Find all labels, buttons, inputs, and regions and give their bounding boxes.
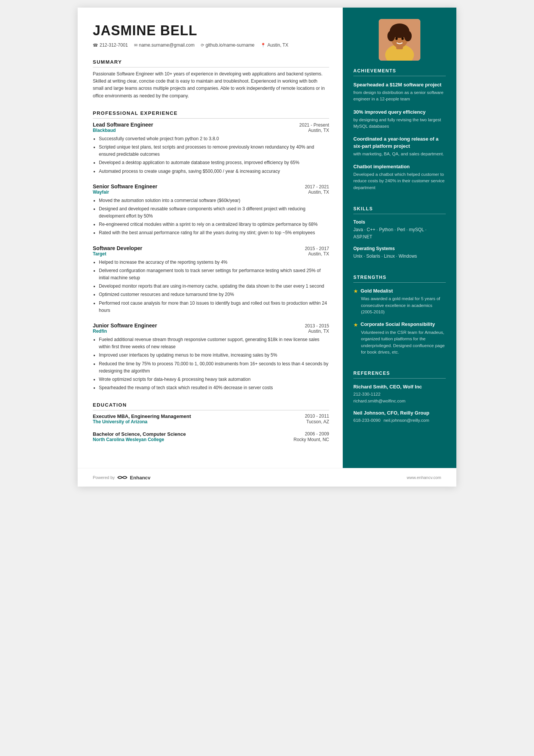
achievement-desc-1: from design to distribution as a senior … <box>353 89 446 103</box>
job-bullets-3: Helped to increase the accuracy of the r… <box>93 259 329 314</box>
candidate-photo <box>379 19 420 61</box>
achievement-title-2: 30% improved query efficiency <box>353 109 446 116</box>
job-header-4: Junior Software Engineer 2013 - 2015 <box>93 322 329 329</box>
edu-school-row-2: North Carolina Wesleyan College Rocky Mo… <box>93 437 329 442</box>
edu-school-2: North Carolina Wesleyan College <box>93 437 164 442</box>
left-column: JASMINE BELL ☎ 212-312-7001 ✉ name.surna… <box>78 8 343 468</box>
github-item: ⟳ github.io/name-surname <box>201 42 255 48</box>
skills-tools: Tools Java · C++ · Python · Perl · mySQL… <box>353 219 446 241</box>
achievement-3: Coordinated a year-long release of a six… <box>353 136 446 157</box>
job-bullets-4: Fueled additional revenue stream through… <box>93 336 329 391</box>
bullet: Automated process to create usage graphs… <box>99 168 329 175</box>
summary-section: SUMMARY Passionate Software Engineer wit… <box>93 59 329 100</box>
reference-inline-2: 618-233-0090 neil.johnson@reilly.com <box>353 417 446 424</box>
bullet: Helped to increase the accuracy of the r… <box>99 259 329 266</box>
job-bullets-2: Moved the automation solution into a com… <box>93 197 329 237</box>
strength-title-2: Corporate Social Responsibility <box>361 321 435 328</box>
job-entry-2: Senior Software Engineer 2017 - 2021 Way… <box>93 183 329 237</box>
references-section: REFERENCES Richard Smith, CEO, Wolf Inc … <box>343 371 456 429</box>
skills-tools-title: Tools <box>353 219 446 225</box>
job-dates-2: 2017 - 2021 <box>305 184 329 189</box>
bullet: Spearheaded the revamp of tech stack whi… <box>99 384 329 391</box>
edu-degree-2: Bachelor of Science, Computer Science <box>93 431 186 437</box>
summary-title: SUMMARY <box>93 59 329 67</box>
edu-dates-2: 2006 - 2009 <box>305 431 329 437</box>
references-title: REFERENCES <box>353 371 446 379</box>
reference-email-2: neil.johnson@reilly.com <box>384 417 429 424</box>
edu-location-1: Tucson, AZ <box>306 419 329 424</box>
strength-desc-2: Volunteered in the CSR team for Amadeus,… <box>361 329 446 355</box>
edu-entry-1: Executive MBA, Engineering Management 20… <box>93 413 329 424</box>
job-dates-3: 2015 - 2017 <box>305 246 329 251</box>
skills-os-list: Unix · Solaris · Linux · Windows <box>353 253 446 260</box>
bullet: Reduced the time by 75% to process 70,00… <box>99 360 329 375</box>
strength-title-row-1: ★ Gold Medalist <box>353 288 446 294</box>
job-title-3: Software Developer <box>93 245 142 251</box>
job-location-3: Austin, TX <box>308 251 329 257</box>
star-icon-2: ★ <box>353 322 358 328</box>
job-header-3: Software Developer 2015 - 2017 <box>93 245 329 251</box>
edu-header-1: Executive MBA, Engineering Management 20… <box>93 413 329 419</box>
footer-brand: Enhancv <box>130 475 150 481</box>
name-section: JASMINE BELL ☎ 212-312-7001 ✉ name.surna… <box>93 23 329 48</box>
strengths-title: STRENGTHS <box>353 275 446 283</box>
job-company-1: Blackbaud <box>93 128 116 133</box>
education-section: EDUCATION Executive MBA, Engineering Man… <box>93 402 329 442</box>
location-icon: 📍 <box>261 43 266 48</box>
strengths-section: STRENGTHS ★ Gold Medalist Was awarded a … <box>343 275 456 362</box>
svg-point-10 <box>401 38 404 40</box>
achievement-title-4: Chatbot implementation <box>353 163 446 170</box>
skills-section: SKILLS Tools Java · C++ · Python · Perl … <box>343 206 456 266</box>
job-location-1: Austin, TX <box>308 128 329 133</box>
achievement-title-3: Coordinated a year-long release of a six… <box>353 136 446 149</box>
skills-os: Operating Systems Unix · Solaris · Linux… <box>353 246 446 260</box>
job-location-2: Austin, TX <box>308 189 329 195</box>
achievement-2: 30% improved query efficiency by designi… <box>353 109 446 130</box>
phone-icon: ☎ <box>93 43 98 48</box>
job-company-row-4: Redfin Austin, TX <box>93 329 329 334</box>
achievement-desc-3: with marketing, BA, QA, and sales depart… <box>353 151 446 157</box>
reference-phone-1: 212-330-1122 <box>353 391 446 398</box>
summary-text: Passionate Software Engineer with 10+ ye… <box>93 70 329 100</box>
bullet: Wrote optimized scripts for data-heavy &… <box>99 376 329 383</box>
edu-header-2: Bachelor of Science, Computer Science 20… <box>93 431 329 437</box>
bullet: Developed monitor reports that are using… <box>99 283 329 290</box>
education-title: EDUCATION <box>93 402 329 410</box>
job-entry-4: Junior Software Engineer 2013 - 2015 Red… <box>93 322 329 391</box>
enhancv-logo-icon <box>117 474 128 481</box>
photo-area <box>343 8 456 68</box>
phone-value: 212-312-7001 <box>100 42 128 48</box>
strength-2: ★ Corporate Social Responsibility Volunt… <box>353 321 446 355</box>
bullet: Moved the automation solution into a com… <box>99 197 329 204</box>
bullet: Designed and developed reusable software… <box>99 205 329 220</box>
job-company-4: Redfin <box>93 329 107 334</box>
achievements-title: ACHIEVEMENTS <box>353 68 446 76</box>
bullet: Fueled additional revenue stream through… <box>99 336 329 351</box>
job-dates-4: 2013 - 2015 <box>305 323 329 329</box>
job-company-row-3: Target Austin, TX <box>93 251 329 257</box>
job-entry-1: Lead Software Engineer 2021 - Present Bl… <box>93 122 329 175</box>
skills-title: SKILLS <box>353 206 446 214</box>
edu-entry-2: Bachelor of Science, Computer Science 20… <box>93 431 329 442</box>
job-header-1: Lead Software Engineer 2021 - Present <box>93 122 329 128</box>
reference-name-2: Neil Johnson, CFO, Reilly Group <box>353 410 446 416</box>
candidate-name: JASMINE BELL <box>93 23 329 39</box>
edu-degree-1: Executive MBA, Engineering Management <box>93 413 191 419</box>
achievement-desc-4: Developed a chatbot which helped custome… <box>353 171 446 191</box>
strength-title-row-2: ★ Corporate Social Responsibility <box>353 321 446 328</box>
job-company-2: Wayfair <box>93 189 109 195</box>
bullet: Delivered configuration management tools… <box>99 267 329 282</box>
experience-section: PROFESSIONAL EXPERIENCE Lead Software En… <box>93 110 329 392</box>
email-item: ✉ name.surname@gmail.com <box>134 42 195 48</box>
bullet: Successfully converted whole project fro… <box>99 135 329 142</box>
bullet: Developed a desktop application to autom… <box>99 159 329 166</box>
location-item: 📍 Austin, TX <box>261 42 288 48</box>
job-location-4: Austin, TX <box>308 329 329 334</box>
job-dates-1: 2021 - Present <box>299 122 329 128</box>
edu-school-row-1: The University of Arizona Tucson, AZ <box>93 419 329 424</box>
bullet: Performed root cause analysis for more t… <box>99 300 329 314</box>
phone-item: ☎ 212-312-7001 <box>93 42 128 48</box>
reference-1: Richard Smith, CEO, Wolf Inc 212-330-112… <box>353 384 446 405</box>
github-icon: ⟳ <box>201 43 204 48</box>
location-value: Austin, TX <box>267 42 288 48</box>
